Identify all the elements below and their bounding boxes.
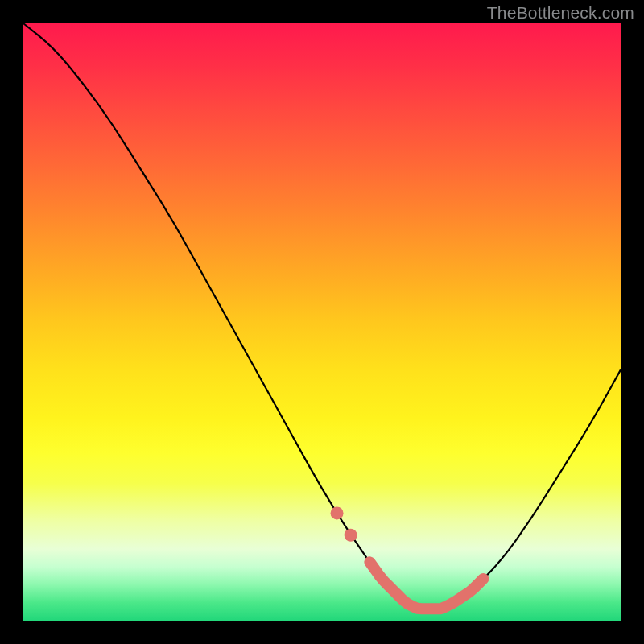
chart-frame: TheBottleneck.com — [0, 0, 644, 644]
bottleneck-curve — [23, 23, 621, 609]
marker-dot-1 — [331, 506, 344, 519]
chart-svg — [23, 23, 621, 621]
plot-area — [23, 23, 621, 621]
marker-dot-2 — [345, 529, 357, 542]
optimal-range-highlight — [369, 562, 483, 609]
attribution-text: TheBottleneck.com — [487, 3, 634, 23]
